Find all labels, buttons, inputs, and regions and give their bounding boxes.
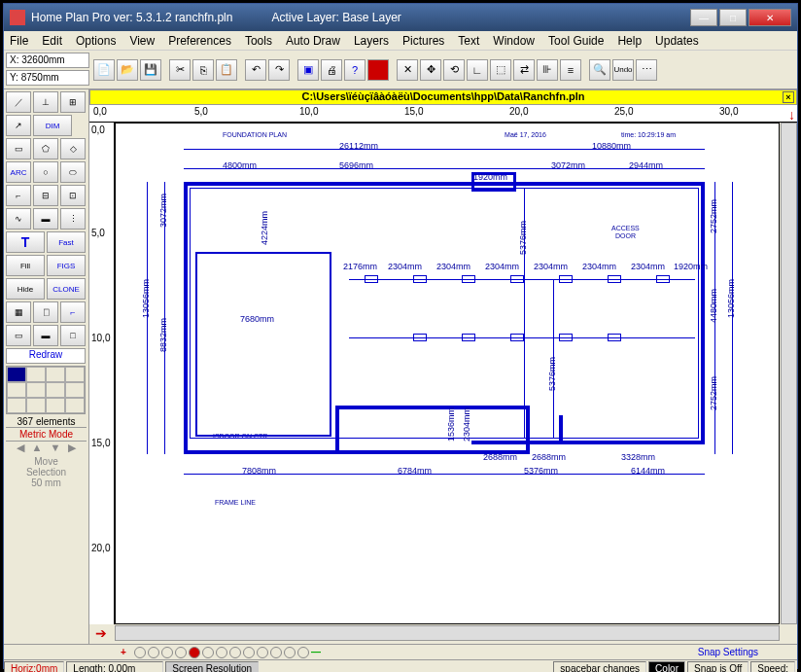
misc6-tool[interactable]: □ bbox=[60, 325, 86, 346]
extra-icon[interactable]: ⋯ bbox=[636, 59, 657, 81]
wall-tool[interactable]: ▬ bbox=[33, 208, 58, 230]
status-snap[interactable]: Snap is Off bbox=[687, 661, 749, 673]
status-spacebar: spacebar changes bbox=[553, 661, 646, 673]
new-icon[interactable]: 📄 bbox=[93, 59, 115, 81]
misc2-tool[interactable]: ⎕ bbox=[33, 301, 58, 323]
fast-text-tool[interactable]: Fast bbox=[47, 231, 86, 253]
statusbar: Horiz:0mm Length: 0,00m Screen Resolutio… bbox=[4, 659, 797, 672]
clone-tool[interactable]: CLONE bbox=[47, 278, 86, 300]
snap-active-icon[interactable] bbox=[189, 647, 200, 658]
curve-tool[interactable]: ∿ bbox=[6, 208, 31, 230]
file-path: C:\Users\ïéùçïâàóàëù\Documents\hpp\Data\… bbox=[302, 90, 585, 102]
titlebar[interactable]: Home Plan Pro ver: 5.3.1.2 ranchfn.pln A… bbox=[4, 4, 797, 31]
delete-icon[interactable]: ✕ bbox=[397, 59, 418, 81]
coord-y[interactable]: Y: 8750mm bbox=[6, 70, 89, 86]
menu-edit[interactable]: Edit bbox=[42, 34, 62, 48]
ruler-vertical: 0,0 5,0 10,0 15,0 20,0 bbox=[89, 123, 115, 624]
shape-tool[interactable]: ◇ bbox=[60, 138, 86, 159]
multi-tool[interactable]: ⋮ bbox=[60, 208, 86, 230]
menu-autodraw[interactable]: Auto Draw bbox=[286, 34, 340, 48]
canvas-area: C:\Users\ïéùçïâàóàëù\Documents\hpp\Data\… bbox=[89, 89, 797, 644]
ellipse-tool[interactable]: ⬭ bbox=[60, 161, 86, 183]
rotate-icon[interactable]: ⟲ bbox=[443, 59, 465, 81]
rect-tool[interactable]: ▭ bbox=[6, 138, 31, 159]
menu-preferences[interactable]: Preferences bbox=[168, 34, 231, 48]
move-icon[interactable]: ✥ bbox=[420, 59, 441, 81]
minimize-button[interactable]: — bbox=[690, 9, 717, 26]
align-icon[interactable]: ⊪ bbox=[537, 59, 558, 81]
menu-updates[interactable]: Updates bbox=[655, 34, 699, 48]
angle-tool[interactable]: ↗ bbox=[6, 115, 31, 136]
move-label: MoveSelection50 mm bbox=[6, 456, 87, 488]
undo-text-icon[interactable]: Undo bbox=[612, 59, 634, 81]
misc1-tool[interactable]: ▦ bbox=[6, 301, 31, 323]
figs-tool[interactable]: FIGS bbox=[47, 255, 86, 276]
paste-icon[interactable]: 📋 bbox=[216, 59, 237, 81]
misc4-tool[interactable]: ▭ bbox=[6, 325, 31, 346]
save-icon[interactable]: 💾 bbox=[140, 59, 161, 81]
ortholine-tool[interactable]: ⊥ bbox=[33, 91, 58, 113]
status-color[interactable]: Color bbox=[648, 661, 685, 673]
fill-tool[interactable]: Fill bbox=[6, 255, 45, 276]
redraw-button[interactable]: Redraw bbox=[6, 348, 86, 364]
zoom-icon[interactable]: 🔍 bbox=[589, 59, 610, 81]
left-toolbox: ／⊥⊞ ↗DIM ▭⬠◇ ARC○⬭ ⌐⊟⊡ ∿▬⋮ TFast FillFIG… bbox=[4, 89, 89, 644]
open-icon[interactable]: 📂 bbox=[117, 59, 138, 81]
maximize-button[interactable]: □ bbox=[719, 9, 747, 26]
snap-plus-icon[interactable]: + bbox=[121, 647, 132, 658]
opening-tool[interactable]: ⊡ bbox=[60, 185, 86, 206]
title-text: Home Plan Pro ver: 5.3.1.2 ranchfn.pln bbox=[31, 11, 232, 24]
status-screenres[interactable]: Screen Resolution bbox=[165, 661, 259, 673]
menu-view[interactable]: View bbox=[129, 34, 155, 48]
door-tool[interactable]: ⌐ bbox=[6, 185, 31, 206]
menu-pictures[interactable]: Pictures bbox=[402, 34, 444, 48]
line-tool[interactable]: ／ bbox=[6, 91, 31, 113]
print-icon[interactable]: 🖨 bbox=[321, 59, 342, 81]
dim-tool[interactable]: DIM bbox=[33, 115, 72, 136]
menu-tools[interactable]: Tools bbox=[245, 34, 272, 48]
mirror-icon[interactable]: ⇄ bbox=[513, 59, 535, 81]
menu-help[interactable]: Help bbox=[617, 34, 642, 48]
ruler-marker-v: ↓ bbox=[788, 107, 795, 123]
scrollbar-horizontal[interactable] bbox=[115, 625, 780, 641]
grid-tool[interactable]: ⊞ bbox=[60, 91, 86, 113]
select-icon[interactable]: ⬚ bbox=[490, 59, 511, 81]
metric-mode[interactable]: Metric Mode bbox=[6, 427, 87, 442]
color-palette[interactable] bbox=[6, 366, 86, 414]
menu-options[interactable]: Options bbox=[76, 34, 116, 48]
coord-x[interactable]: X: 32600mm bbox=[6, 53, 89, 68]
redo-icon[interactable]: ↷ bbox=[268, 59, 290, 81]
snap-minus-icon[interactable]: — bbox=[311, 647, 323, 658]
menu-window[interactable]: Window bbox=[493, 34, 535, 48]
angle-icon[interactable]: ∟ bbox=[467, 59, 488, 81]
scrollbar-vertical[interactable] bbox=[781, 123, 797, 624]
copy-icon[interactable]: ⎘ bbox=[192, 59, 214, 81]
move-arrows[interactable]: ◀▲▼▶ bbox=[6, 442, 87, 454]
misc5-tool[interactable]: ▬ bbox=[33, 325, 58, 346]
region-icon[interactable]: ▣ bbox=[297, 59, 319, 81]
path-close-icon[interactable]: × bbox=[783, 91, 794, 103]
menu-file[interactable]: File bbox=[10, 34, 28, 48]
snap-controls[interactable]: + — bbox=[121, 647, 323, 658]
help-icon[interactable]: ? bbox=[344, 59, 366, 81]
app-window: Home Plan Pro ver: 5.3.1.2 ranchfn.pln A… bbox=[3, 3, 798, 669]
lines-icon[interactable]: ≡ bbox=[560, 59, 581, 81]
circle-tool[interactable]: ○ bbox=[33, 161, 58, 183]
close-button[interactable]: ✕ bbox=[749, 9, 791, 26]
file-path-bar: C:\Users\ïéùçïâàóàëù\Documents\hpp\Data\… bbox=[89, 89, 797, 105]
misc3-tool[interactable]: ⌐ bbox=[60, 301, 86, 323]
snap-settings-link[interactable]: Snap Settings bbox=[698, 647, 758, 657]
cut-icon[interactable]: ✂ bbox=[169, 59, 191, 81]
menu-text[interactable]: Text bbox=[458, 34, 479, 48]
arc-tool[interactable]: ARC bbox=[6, 161, 31, 183]
drawing-canvas[interactable]: FOUNDATION PLAN Маё 17, 2016 time: 10:29… bbox=[115, 123, 780, 624]
stop-icon[interactable] bbox=[367, 59, 389, 81]
hide-tool[interactable]: Hide bbox=[6, 278, 45, 300]
window-tool[interactable]: ⊟ bbox=[33, 185, 58, 206]
main-area: ／⊥⊞ ↗DIM ▭⬠◇ ARC○⬭ ⌐⊟⊡ ∿▬⋮ TFast FillFIG… bbox=[4, 89, 797, 644]
text-tool[interactable]: T bbox=[6, 231, 45, 253]
menu-toolguide[interactable]: Tool Guide bbox=[548, 34, 604, 48]
undo-icon[interactable]: ↶ bbox=[245, 59, 266, 81]
poly-tool[interactable]: ⬠ bbox=[33, 138, 58, 159]
menu-layers[interactable]: Layers bbox=[354, 34, 389, 48]
